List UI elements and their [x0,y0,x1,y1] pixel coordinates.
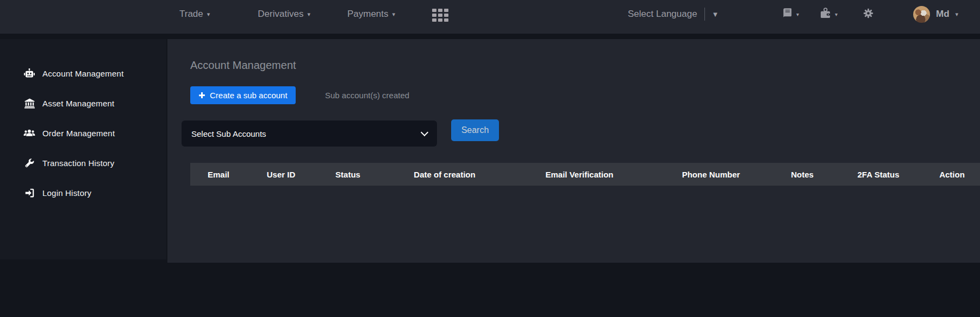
chevron-down-icon: ▾ [207,11,210,17]
sidebar-item-label: Order Management [42,129,115,138]
settings-button[interactable] [863,8,874,21]
vertical-divider [704,8,705,21]
column-header-email: Email [190,170,247,179]
user-name: Md [936,9,950,20]
sidebar-item-label: Login History [42,188,91,198]
wrench-icon [23,157,35,169]
create-sub-account-button[interactable]: Create a sub account [190,86,296,104]
sidebar-item-transaction-history[interactable]: Transaction History [0,148,166,178]
column-header-action: Action [924,170,980,179]
column-header-phone-number: Phone Number [650,170,772,179]
nav-menu-derivatives-label: Derivatives [258,9,303,20]
book-icon [781,7,794,22]
table-header-row: Email User ID Status Date of creation Em… [190,163,980,186]
bank-icon [23,98,35,110]
page-title: Account Management [190,59,296,72]
robot-icon [23,68,35,80]
search-button[interactable]: Search [451,119,499,141]
sidebar-item-label: Asset Management [42,99,114,108]
grid-apps-icon[interactable] [432,9,448,22]
nav-menu-trade[interactable]: Trade ▾ [179,9,210,20]
avatar[interactable] [913,6,930,23]
plus-icon [198,92,205,99]
chevron-down-icon: ▾ [796,11,799,17]
column-header-status: Status [315,170,380,179]
sub-accounts-select[interactable]: Select Sub Accounts [182,121,437,147]
sidebar-item-order-management[interactable]: Order Management [0,118,166,148]
navbar-quick-icons: ▾ ▾ [781,0,874,28]
nav-menu-derivatives[interactable]: Derivatives ▾ [258,9,310,20]
wallet-menu[interactable]: ▾ [819,7,838,22]
chevron-down-icon [421,128,428,136]
column-header-notes: Notes [772,170,833,179]
sidebar-item-label: Account Management [42,69,124,78]
sidebar-item-asset-management[interactable]: Asset Management [0,88,166,118]
nav-menu-payments[interactable]: Payments ▾ [347,9,395,20]
sign-in-icon [23,187,35,199]
orders-book-menu[interactable]: ▾ [781,7,799,22]
chevron-down-icon: ▾ [307,11,310,17]
users-icon [23,128,35,140]
chevron-down-icon: ▾ [392,11,396,17]
sidebar: Account Management Asset Management [0,39,166,259]
column-header-2fa-status: 2FA Status [833,170,924,179]
nav-menu-payments-label: Payments [347,9,389,20]
top-navbar: Trade ▾ Derivatives ▾ Payments ▾ Select … [0,0,980,34]
nav-menu-trade-label: Trade [179,9,203,20]
main-panel: Account Management Create a sub account … [167,39,980,263]
column-header-user-id: User ID [247,170,315,179]
gear-icon [863,8,874,21]
chevron-down-icon: ▾ [835,11,838,17]
column-header-date-of-creation: Date of creation [380,170,509,179]
sidebar-item-label: Transaction History [42,158,114,168]
main-nav-menus: Trade ▾ Derivatives ▾ Payments ▾ [179,0,395,28]
wallet-icon [819,7,832,22]
chevron-down-icon: ▾ [956,11,959,18]
create-sub-account-label: Create a sub account [210,91,288,100]
language-selector[interactable]: Select Language ▼ [628,0,719,28]
language-selector-label: Select Language [628,9,697,20]
sidebar-item-account-management[interactable]: Account Management [0,59,166,88]
sub-accounts-status-text: Sub account(s) created [325,86,409,104]
sub-accounts-select-value: Select Sub Accounts [191,129,266,138]
user-account-menu[interactable]: Md ▾ [913,0,958,28]
triangle-down-icon: ▼ [712,10,719,18]
sidebar-item-login-history[interactable]: Login History [0,178,166,208]
column-header-email-verification: Email Verification [509,170,650,179]
